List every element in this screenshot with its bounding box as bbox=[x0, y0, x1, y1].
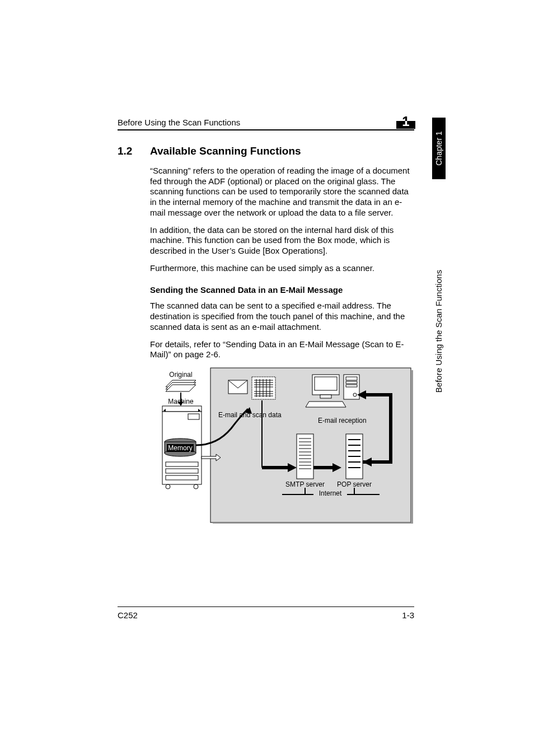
svg-rect-64 bbox=[346, 381, 357, 384]
svg-text:POP server: POP server bbox=[337, 480, 372, 488]
subsection-heading: Sending the Scanned Data in an E-Mail Me… bbox=[150, 285, 414, 296]
paragraph: In addition, the data can be stored on t… bbox=[150, 225, 414, 256]
paragraph: Furthermore, this machine can be used si… bbox=[150, 263, 414, 274]
paragraph: “Scanning” refers to the operation of re… bbox=[150, 166, 414, 218]
svg-rect-34 bbox=[297, 434, 313, 479]
svg-rect-65 bbox=[346, 385, 357, 387]
svg-rect-2 bbox=[411, 370, 413, 524]
svg-text:SMTP server: SMTP server bbox=[285, 480, 325, 488]
svg-text:Internet: Internet bbox=[319, 489, 342, 497]
side-chapter-tab-label: Chapter 1 bbox=[434, 131, 443, 165]
page: Chapter 1 Before Using the Scan Function… bbox=[0, 0, 534, 756]
svg-text:Original: Original bbox=[169, 371, 192, 379]
smtp-server-icon bbox=[297, 434, 313, 479]
envelope-icon bbox=[228, 380, 247, 394]
svg-point-11 bbox=[166, 484, 170, 489]
svg-rect-1 bbox=[213, 522, 413, 524]
footer-model: C252 bbox=[118, 610, 138, 620]
pop-server-icon bbox=[346, 434, 363, 479]
svg-text:Memory: Memory bbox=[168, 444, 192, 452]
section-title: Available Scanning Functions bbox=[150, 144, 301, 158]
svg-rect-5 bbox=[162, 406, 202, 412]
page-footer: C252 1-3 bbox=[118, 606, 414, 620]
diagram: Original Machine bbox=[150, 367, 414, 526]
svg-rect-9 bbox=[166, 469, 198, 473]
svg-rect-7 bbox=[188, 414, 199, 419]
section-heading: 1.2 Available Scanning Functions bbox=[118, 144, 414, 158]
svg-rect-8 bbox=[166, 462, 198, 466]
content-area: 1.2 Available Scanning Functions “Scanni… bbox=[118, 118, 414, 526]
scan-data-icon bbox=[252, 377, 275, 399]
section-number: 1.2 bbox=[118, 144, 150, 158]
svg-point-12 bbox=[194, 484, 198, 489]
scan-to-email-diagram: Original Machine bbox=[150, 367, 413, 524]
svg-text:E-mail reception: E-mail reception bbox=[318, 417, 367, 424]
svg-point-66 bbox=[353, 393, 357, 396]
footer-page-number: 1-3 bbox=[402, 610, 414, 620]
paragraph: For details, refer to “Sending Data in a… bbox=[150, 339, 414, 361]
side-section-label: Before Using the Scan Functions bbox=[433, 190, 444, 336]
svg-rect-61 bbox=[320, 395, 331, 398]
memory-icon: Memory bbox=[165, 438, 196, 456]
original-document-icon bbox=[166, 380, 196, 391]
side-chapter-tab: Chapter 1 bbox=[432, 118, 446, 179]
svg-text:E-mail and scan data: E-mail and scan data bbox=[218, 411, 282, 419]
svg-rect-10 bbox=[166, 475, 198, 480]
svg-rect-63 bbox=[346, 377, 357, 380]
paragraph: The scanned data can be sent to a specif… bbox=[150, 301, 414, 332]
svg-rect-60 bbox=[315, 377, 337, 390]
